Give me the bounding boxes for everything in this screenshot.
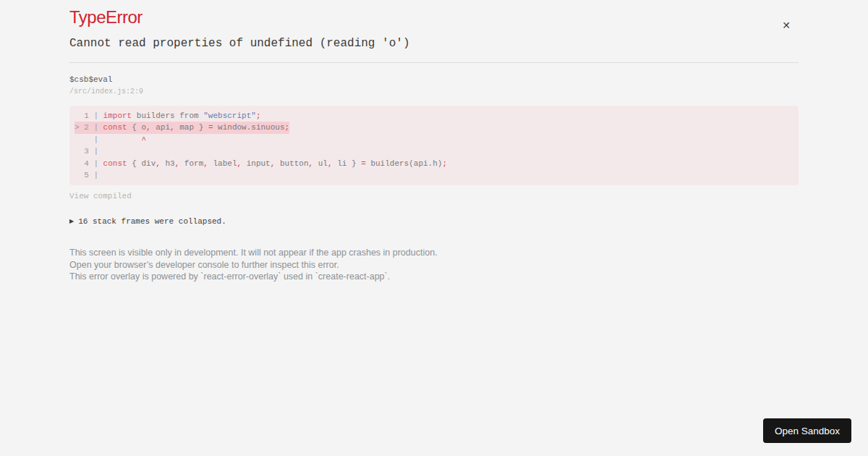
code-line: 5 | bbox=[75, 169, 799, 181]
open-sandbox-button[interactable]: Open Sandbox bbox=[763, 418, 851, 443]
divider bbox=[69, 62, 799, 63]
code-line: 1 | import builders from "webscript"; bbox=[75, 110, 799, 122]
footer-line-3: This error overlay is powered by `react-… bbox=[69, 271, 799, 283]
view-compiled-link[interactable]: View compiled bbox=[69, 192, 132, 201]
code-line: 4 | const { div, h3, form, label, input,… bbox=[75, 158, 799, 169]
code-line: > 2 | const { o, api, map } = window.sin… bbox=[75, 122, 799, 133]
footer-line-2: Open your browser’s developer console to… bbox=[69, 259, 799, 271]
footer-line-1: This screen is visible only in developme… bbox=[69, 247, 799, 259]
collapsed-frames-toggle[interactable]: ▶ 16 stack frames were collapsed. bbox=[69, 216, 799, 227]
code-frame: 1 | import builders from "webscript";> 2… bbox=[69, 106, 799, 185]
collapsed-frames-label: 16 stack frames were collapsed. bbox=[78, 216, 226, 227]
close-icon[interactable]: ✕ bbox=[778, 17, 794, 33]
stack-frame-location: /src/index.js:2:9 bbox=[69, 88, 799, 96]
error-overlay: TypeError ✕ Cannot read properties of un… bbox=[69, 7, 799, 283]
stack-frame-function: $csb$eval bbox=[69, 75, 799, 85]
error-message: Cannot read properties of undefined (rea… bbox=[69, 38, 799, 49]
footer-note: This screen is visible only in developme… bbox=[69, 247, 799, 283]
expand-triangle-icon: ▶ bbox=[69, 216, 74, 227]
code-line: | ^ bbox=[75, 134, 799, 145]
error-title: TypeError bbox=[69, 7, 799, 28]
code-line: 3 | bbox=[75, 145, 799, 157]
